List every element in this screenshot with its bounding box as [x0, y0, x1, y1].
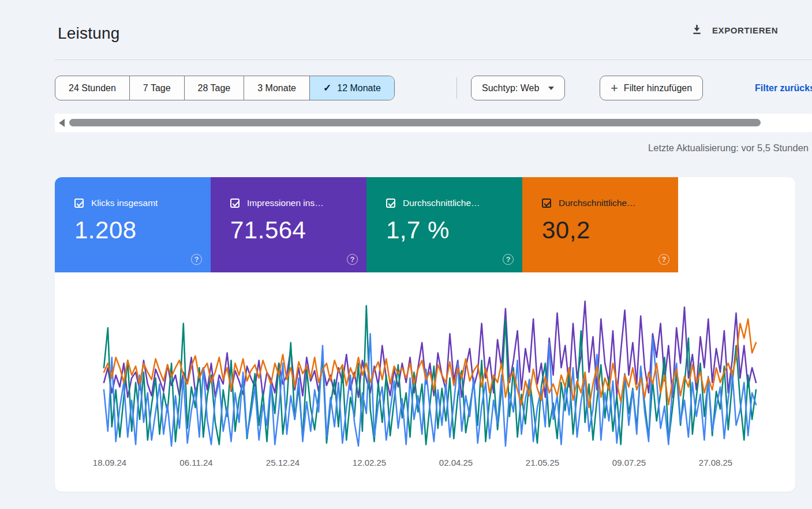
- x-axis-label: 12.02.25: [353, 458, 386, 467]
- check-icon: ✓: [323, 82, 331, 94]
- chip-label: 7 Tage: [143, 83, 171, 93]
- add-filter-button[interactable]: + Filter hinzufügen: [600, 76, 703, 100]
- reset-filters-link[interactable]: Filter zurücksetzen: [755, 76, 812, 100]
- scrollbar-left-arrow-icon[interactable]: [59, 119, 65, 127]
- plus-icon: +: [611, 82, 618, 95]
- performance-panel: Klicks insgesamt 1.208 ? Impressionen in…: [55, 177, 795, 492]
- x-axis-label: 02.04.25: [439, 458, 473, 467]
- x-axis-label: 27.08.25: [699, 458, 732, 467]
- scrollbar-thumb[interactable]: [69, 119, 761, 126]
- impressions-line: [104, 301, 756, 397]
- search-console-performance-page: { "page": { "title": "Leistung", "last_u…: [0, 0, 812, 509]
- header-divider: [55, 59, 812, 60]
- x-axis-label: 06.11.24: [179, 458, 212, 467]
- page-title: Leistung: [58, 24, 119, 43]
- x-axis-label: 18.09.24: [93, 458, 126, 467]
- last-update-status: Letzte Aktualisierung: vor 5,5 Stunden: [648, 143, 809, 154]
- date-range-7-tage[interactable]: 7 Tage: [129, 76, 184, 100]
- chip-label: 24 Stunden: [69, 83, 116, 93]
- chip-label: 12 Monate: [337, 83, 381, 93]
- add-filter-label: Filter hinzufügen: [624, 83, 692, 93]
- search-type-label: Suchtyp: Web: [482, 83, 539, 93]
- export-button[interactable]: EXPORTIEREN: [691, 23, 778, 38]
- date-range-24-stunden[interactable]: 24 Stunden: [55, 76, 129, 100]
- chevron-down-icon: [548, 87, 554, 90]
- date-range-28-tage[interactable]: 28 Tage: [184, 76, 244, 100]
- date-range-12-monate[interactable]: ✓ 12 Monate: [309, 76, 394, 100]
- clicks-line: [104, 334, 756, 446]
- performance-chart: [55, 177, 795, 492]
- chip-label: 28 Tage: [198, 83, 231, 93]
- search-type-dropdown[interactable]: Suchtyp: Web: [471, 76, 565, 100]
- download-icon: [691, 23, 703, 38]
- x-axis-label: 21.05.25: [526, 458, 559, 467]
- filter-row-divider: [456, 77, 457, 99]
- date-range-3-monate[interactable]: 3 Monate: [244, 76, 309, 100]
- horizontal-scrollbar: [55, 114, 812, 132]
- x-axis-label: 09.07.25: [612, 458, 646, 467]
- export-label: EXPORTIEREN: [712, 25, 778, 35]
- chip-label: 3 Monate: [257, 83, 296, 93]
- x-axis-label: 25.12.24: [266, 458, 300, 467]
- date-range-selector: 24 Stunden 7 Tage 28 Tage 3 Monate ✓ 12 …: [55, 76, 395, 100]
